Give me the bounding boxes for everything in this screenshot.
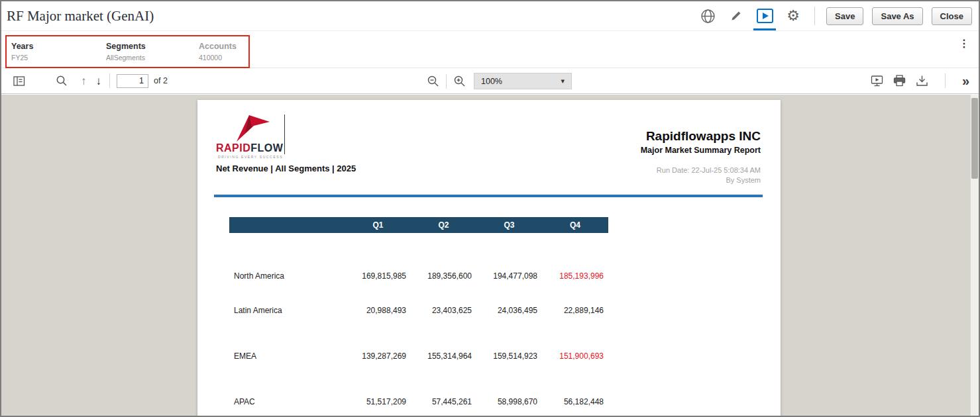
column-header-q3: Q3 — [476, 220, 542, 230]
kebab-icon: ⋮ — [959, 38, 969, 49]
globe-icon — [700, 9, 716, 24]
header-rule — [214, 195, 763, 197]
presentation-icon — [871, 75, 883, 87]
zoom-select[interactable]: 100% ▾ — [474, 73, 572, 89]
edit-button[interactable] — [726, 6, 746, 26]
row-label: Latin America — [229, 306, 345, 315]
table-cell: 185,193,996 — [542, 271, 608, 281]
zoom-controls: 100% ▾ — [427, 68, 572, 94]
more-tools-button[interactable]: » — [962, 74, 969, 87]
table-row: North America 169,815,985 189,356,600 19… — [229, 270, 608, 282]
table-cell: 169,815,985 — [345, 271, 411, 281]
sidebar-icon — [13, 75, 25, 87]
gear-icon: ⚙ — [787, 9, 800, 23]
arrow-down-icon: ↓ — [96, 75, 102, 87]
table-header-row: Q1 Q2 Q3 Q4 — [229, 217, 608, 233]
vertical-scrollbar[interactable] — [970, 95, 979, 416]
page-title: RF Major market (GenAI) — [7, 8, 154, 24]
zoom-in-button[interactable] — [453, 75, 466, 87]
pov-value: AllSegments — [106, 54, 146, 62]
table-cell: 24,036,495 — [476, 306, 542, 315]
table-cell: 56,182,448 — [542, 397, 608, 406]
settings-button[interactable]: ⚙ — [783, 6, 803, 26]
table-row: Latin America 20,988,493 23,403,625 24,0… — [229, 304, 608, 316]
table-cell: 51,517,209 — [345, 397, 411, 406]
row-label: North America — [229, 271, 345, 281]
download-button[interactable] — [916, 75, 928, 87]
application-window: RF Major market (GenAI) ⚙ Save Save As — [0, 0, 980, 417]
pov-item-accounts[interactable]: Accounts 410000 — [199, 42, 237, 62]
column-header-q1: Q1 — [345, 220, 411, 230]
pencil-icon — [730, 9, 743, 23]
run-date: Run Date: 22-Jul-25 5:08:34 AM — [641, 166, 761, 174]
pov-item-years[interactable]: Years FY25 — [11, 42, 33, 62]
pdf-toolbar-right: » — [871, 73, 972, 88]
table-cell: 151,900,693 — [542, 351, 608, 361]
divider — [109, 73, 110, 88]
presentation-button[interactable] — [871, 75, 883, 87]
search-icon — [56, 75, 68, 87]
pov-bar: Years FY25 Segments AllSegments Accounts… — [1, 31, 979, 68]
print-button[interactable] — [893, 75, 906, 87]
next-page-button[interactable]: ↓ — [95, 75, 103, 87]
close-button[interactable]: Close — [932, 7, 972, 25]
pov-label: Accounts — [199, 42, 237, 51]
table-cell: 58,998,670 — [476, 397, 542, 406]
rapidflow-logo-icon — [232, 113, 270, 142]
table-cell: 159,514,923 — [476, 351, 542, 361]
top-bar: RF Major market (GenAI) ⚙ Save Save As — [1, 1, 979, 31]
pov-globe-button[interactable] — [698, 6, 718, 26]
report-header: Rapidflowapps INC Major Market Summary R… — [641, 129, 761, 184]
column-header-q2: Q2 — [411, 220, 476, 230]
report-title: Major Market Summary Report — [641, 146, 761, 155]
double-chevron-icon: » — [962, 74, 969, 87]
table-cell: 155,314,964 — [411, 351, 476, 361]
pov-label: Years — [11, 42, 33, 51]
play-icon — [757, 9, 773, 23]
table-row: EMEA 139,287,269 155,314,964 159,514,923… — [229, 350, 608, 362]
top-bar-actions: ⚙ Save Save As Close — [698, 6, 972, 26]
pov-options-button[interactable]: ⋮ — [959, 38, 969, 49]
column-header-q4: Q4 — [542, 220, 608, 230]
save-button[interactable]: Save — [826, 7, 863, 25]
download-icon — [916, 75, 928, 87]
row-label: APAC — [229, 397, 345, 406]
divider — [945, 73, 946, 88]
search-button[interactable] — [56, 75, 68, 87]
pdf-toolbar: ↑ ↓ of 2 100% ▾ — [1, 68, 979, 94]
pov-label: Segments — [106, 42, 146, 51]
table-cell: 57,445,261 — [411, 397, 476, 406]
logo-wordmark: RAPIDFLOW — [216, 142, 285, 154]
company-logo: RAPIDFLOW DRIVING EVERY SUCCESS — [216, 113, 285, 159]
table-cell: 22,889,146 — [542, 306, 608, 315]
table-cell: 194,477,098 — [476, 271, 542, 281]
logo-divider — [284, 115, 285, 154]
pov-item-segments[interactable]: Segments AllSegments — [106, 42, 146, 62]
previous-page-button[interactable]: ↑ — [80, 75, 88, 87]
pdf-viewer: RAPIDFLOW DRIVING EVERY SUCCESS Net Reve… — [1, 95, 979, 416]
page-number-input[interactable] — [117, 74, 148, 88]
pov-value: 410000 — [199, 54, 237, 62]
page-count-label: of 2 — [154, 76, 168, 85]
arrow-up-icon: ↑ — [81, 75, 87, 87]
save-as-button[interactable]: Save As — [872, 7, 922, 25]
zoom-out-button[interactable] — [427, 75, 439, 87]
preview-button[interactable] — [755, 6, 775, 26]
zoom-value: 100% — [481, 77, 502, 86]
pov-value: FY25 — [11, 54, 33, 62]
scrollbar-thumb[interactable] — [971, 98, 978, 179]
chevron-down-icon: ▾ — [561, 77, 565, 85]
printer-icon — [893, 75, 906, 87]
table-cell: 139,287,269 — [345, 351, 411, 361]
table-cell: 189,356,600 — [411, 271, 476, 281]
divider — [446, 74, 447, 89]
pdf-page: RAPIDFLOW DRIVING EVERY SUCCESS Net Reve… — [197, 100, 781, 416]
table-row: APAC 51,517,209 57,445,261 58,998,670 56… — [229, 396, 608, 408]
run-by: By System — [641, 176, 761, 184]
report-subtitle: Net Revenue | All Segments | 2025 — [216, 163, 356, 173]
sidebar-toggle-button[interactable] — [13, 75, 25, 87]
zoom-in-icon — [453, 75, 466, 87]
table-cell: 23,403,625 — [411, 306, 476, 315]
zoom-out-icon — [427, 75, 439, 87]
divider — [814, 7, 815, 25]
